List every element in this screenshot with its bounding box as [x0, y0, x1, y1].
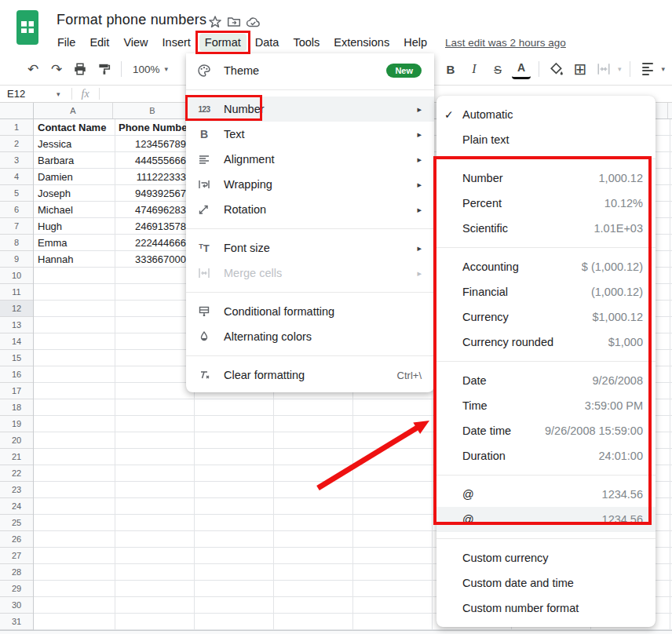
bold-icon[interactable]: B: [441, 59, 460, 79]
row-header[interactable]: 24: [0, 498, 33, 515]
format-option-automatic[interactable]: ✓ Automatic: [436, 102, 656, 127]
row-header[interactable]: 25: [0, 515, 33, 531]
row-header[interactable]: 16: [0, 366, 33, 383]
format-option-date[interactable]: Date 9/26/2008: [436, 368, 656, 393]
menu-data[interactable]: Data: [250, 34, 285, 51]
align-dropdown-icon[interactable]: ▾: [662, 65, 666, 73]
menu-item-alternating-colors[interactable]: Alternating colors: [186, 324, 434, 349]
row-header[interactable]: 8: [0, 235, 33, 251]
row-header[interactable]: 27: [0, 548, 33, 564]
contact-name-cell[interactable]: Hugh: [34, 220, 115, 232]
format-option-financial[interactable]: Financial (1,000.12): [436, 279, 656, 304]
phone-number-cell[interactable]: 474696283: [115, 204, 194, 216]
phone-number-cell[interactable]: 949392567: [115, 188, 194, 199]
menu-item-alignment[interactable]: Alignment ▸: [186, 147, 434, 172]
contact-name-cell[interactable]: Barbara: [34, 155, 115, 166]
document-title[interactable]: Format phone numbers: [57, 12, 206, 28]
format-option-currency-rounded[interactable]: Currency rounded $1,000: [436, 330, 656, 355]
row-header[interactable]: 10: [0, 268, 33, 284]
row-header[interactable]: 9: [0, 251, 33, 268]
column-header[interactable]: I: [668, 103, 672, 118]
row-header[interactable]: 12: [0, 301, 33, 317]
contact-name-cell[interactable]: Hannah: [34, 253, 115, 265]
row-header[interactable]: 11: [0, 284, 33, 301]
row-header[interactable]: 14: [0, 333, 33, 350]
format-option-time[interactable]: Time 3:59:00 PM: [436, 393, 656, 418]
menu-view[interactable]: View: [118, 34, 153, 51]
row-header[interactable]: 19: [0, 416, 33, 432]
phone-number-cell[interactable]: 123456789: [115, 138, 194, 150]
menu-item-rotation[interactable]: Rotation ▸: [186, 197, 434, 222]
format-option-accounting[interactable]: Accounting $ (1,000.12): [436, 254, 656, 279]
italic-icon[interactable]: I: [465, 59, 484, 79]
row-header[interactable]: 30: [0, 597, 33, 614]
format-option-custom-date-time[interactable]: Custom date and time: [436, 570, 656, 596]
row-header[interactable]: 29: [0, 581, 33, 597]
format-option-custom-number-format[interactable]: Custom number format: [436, 596, 656, 621]
menu-item-text[interactable]: B Text ▸: [186, 122, 434, 147]
row-header[interactable]: 4: [0, 169, 33, 185]
format-option-duration[interactable]: Duration 24:01:00: [436, 443, 656, 468]
phone-number-cell[interactable]: 111222333: [115, 171, 194, 183]
row-header[interactable]: 20: [0, 432, 33, 449]
zoom-control[interactable]: 100% ▾: [130, 64, 171, 75]
undo-icon[interactable]: ↶: [24, 59, 42, 79]
phone-number-cell[interactable]: 222444666: [115, 237, 194, 249]
row-header[interactable]: 1: [0, 119, 33, 136]
menu-file[interactable]: File: [52, 34, 81, 51]
name-box[interactable]: E12: [0, 88, 57, 100]
menu-item-font-size[interactable]: TT Font size ▸: [186, 235, 434, 261]
format-option-date-time[interactable]: Date time 9/26/2008 15:59:00: [436, 418, 656, 443]
menu-item-clear-formatting[interactable]: Clear formatting Ctrl+\: [186, 363, 434, 388]
column-header[interactable]: A: [34, 103, 113, 118]
contact-name-cell[interactable]: Joseph: [34, 188, 115, 199]
menu-help[interactable]: Help: [398, 34, 433, 51]
star-icon[interactable]: [207, 14, 223, 30]
phone-number-cell[interactable]: 444555666: [115, 155, 194, 166]
row-header[interactable]: 5: [0, 185, 33, 202]
format-option-custom-2[interactable]: @ 1234.56: [436, 507, 656, 532]
format-option-number[interactable]: Number 1,000.12: [436, 166, 656, 191]
row-header[interactable]: 17: [0, 383, 33, 399]
contact-name-cell[interactable]: Damien: [34, 171, 115, 183]
menu-item-wrapping[interactable]: Wrapping ▸: [186, 172, 434, 197]
contact-name-cell[interactable]: Jessica: [34, 138, 115, 150]
row-header[interactable]: 6: [0, 202, 33, 218]
menu-tools[interactable]: Tools: [287, 34, 325, 51]
phone-number-cell[interactable]: 333667000: [115, 253, 194, 265]
format-option-custom-1[interactable]: @ 1234.56: [436, 482, 656, 507]
text-color-icon[interactable]: A: [512, 59, 531, 79]
select-all-corner[interactable]: [0, 103, 34, 119]
menu-edit[interactable]: Edit: [84, 34, 115, 51]
menu-item-conditional-formatting[interactable]: Conditional formatting: [186, 299, 434, 324]
sheets-logo[interactable]: [13, 9, 42, 46]
format-option-currency[interactable]: Currency $1,000.12: [436, 304, 656, 330]
format-option-plain-text[interactable]: Plain text: [436, 127, 656, 152]
contact-name-cell[interactable]: Michael: [34, 204, 115, 216]
column-header[interactable]: B: [113, 103, 192, 118]
format-option-custom-currency[interactable]: Custom currency: [436, 545, 656, 570]
strikethrough-icon[interactable]: S: [488, 59, 507, 79]
row-header[interactable]: 22: [0, 465, 33, 482]
menu-format[interactable]: Format: [199, 34, 247, 51]
last-edit-link[interactable]: Last edit was 2 hours ago: [445, 37, 566, 49]
menu-insert[interactable]: Insert: [157, 34, 196, 51]
menu-item-theme[interactable]: Theme New: [186, 58, 434, 83]
paint-format-icon[interactable]: [94, 59, 113, 79]
fill-color-icon[interactable]: [547, 59, 566, 79]
borders-icon[interactable]: ⊞: [571, 59, 590, 79]
format-option-percent[interactable]: Percent 10.12%: [436, 191, 656, 216]
row-header[interactable]: 3: [0, 152, 33, 169]
row-header[interactable]: 26: [0, 531, 33, 548]
redo-icon[interactable]: ↷: [47, 59, 66, 79]
menu-item-number[interactable]: 123 Number ▸: [186, 97, 434, 122]
row-header[interactable]: 18: [0, 399, 33, 416]
menu-extensions[interactable]: Extensions: [328, 34, 395, 51]
name-box-dropdown-icon[interactable]: ▾: [57, 90, 60, 98]
move-folder-icon[interactable]: [226, 14, 242, 30]
row-header[interactable]: 21: [0, 449, 33, 465]
row-header[interactable]: 31: [0, 614, 33, 630]
print-icon[interactable]: [71, 59, 89, 79]
horizontal-align-icon[interactable]: [638, 59, 657, 79]
row-header[interactable]: 7: [0, 218, 33, 235]
